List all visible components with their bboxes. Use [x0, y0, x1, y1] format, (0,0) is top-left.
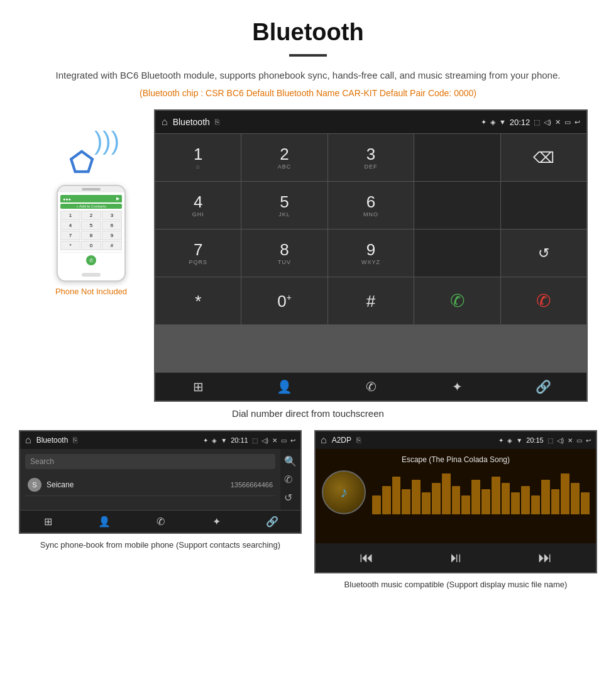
- music-screen-title: A2DP: [332, 436, 351, 445]
- pb-back-icon: ↩: [290, 437, 295, 444]
- music-bt-icon: ✦: [498, 437, 503, 444]
- music-controls: ⏮ ⏯ ⏭: [316, 543, 596, 572]
- orange-info-text: (Bluetooth chip : CSR BC6 Default Blueto…: [0, 88, 616, 98]
- dial-caption: Dial number direct from touchscreen: [0, 408, 616, 419]
- dial-key-hash[interactable]: #: [328, 277, 414, 324]
- music-screen-wrap: ⌂ A2DP ⎘ ✦ ◈ ▼ 20:15 ⬚ ◁) ✕ ▭ ↩ Es: [314, 430, 597, 591]
- pb-screen-title: Bluetooth: [36, 436, 69, 445]
- refresh-icon[interactable]: ↺: [284, 492, 297, 504]
- dial-key-1[interactable]: 1 ⌂: [155, 134, 241, 181]
- search-icon[interactable]: 🔍: [284, 455, 297, 467]
- dial-empty-2: [414, 182, 500, 229]
- car-nav-link[interactable]: 🔗: [500, 373, 586, 401]
- dial-call-green-button[interactable]: ✆: [414, 277, 500, 324]
- home-icon: ⌂: [162, 116, 168, 128]
- pb-camera-icon: ⬚: [252, 437, 258, 444]
- dial-call-red-button[interactable]: ✆: [501, 277, 586, 324]
- car-nav-grid[interactable]: ⊞: [155, 373, 241, 401]
- music-back-icon: ↩: [586, 437, 591, 444]
- car-status-bar: ⌂ Bluetooth ⎘ ✦ ◈ ▼ 20:12 ⬚ ◁) ✕ ▭ ↩: [155, 111, 586, 133]
- status-time: 20:12: [510, 118, 531, 127]
- phone-mock: ●●●▶ + Add to Contacts 1 2 3 4 5 6 7 8 9…: [57, 185, 126, 282]
- dial-key-star[interactable]: *: [155, 277, 241, 324]
- wifi-arc-icon: ))): [94, 128, 119, 153]
- car-nav-bluetooth[interactable]: ✦: [414, 373, 500, 401]
- pb-nav-contacts[interactable]: 👤: [76, 511, 132, 533]
- music-window-icon: ▭: [576, 437, 582, 444]
- car-nav-phone[interactable]: ✆: [327, 373, 414, 401]
- bluetooth-wifi-icon: ))) ⬠: [63, 128, 119, 179]
- dial-key-7[interactable]: 7 PQRS: [155, 230, 241, 277]
- dialpad-grid: 1 ⌂ 2 ABC 3 DEF ⌫ 4 GHI 5 JKL: [155, 133, 586, 372]
- music-home-icon: ⌂: [321, 434, 327, 446]
- dial-backspace-button[interactable]: ⌫: [501, 134, 586, 181]
- pb-home-icon: ⌂: [25, 434, 31, 446]
- contact-row[interactable]: S Seicane 13566664466: [25, 474, 275, 496]
- music-close-icon: ✕: [568, 437, 573, 444]
- phonebook-caption: Sync phone-book from mobile phone (Suppo…: [40, 539, 280, 551]
- car-dialpad-screen: ⌂ Bluetooth ⎘ ✦ ◈ ▼ 20:12 ⬚ ◁) ✕ ▭ ↩ 1 ⌂: [154, 109, 588, 402]
- dial-empty-4: [414, 230, 500, 277]
- dial-refresh-button[interactable]: ↺: [501, 230, 586, 277]
- car-screen-title: Bluetooth: [173, 117, 210, 127]
- album-art: ♪: [322, 470, 366, 514]
- bluetooth-symbol-icon: ⬠: [69, 147, 93, 179]
- dial-key-6[interactable]: 6 MNO: [328, 182, 414, 229]
- volume-icon: ◁): [544, 118, 551, 126]
- contact-name: Seicane: [47, 480, 231, 489]
- title-divider: [289, 54, 327, 57]
- bottom-screenshots-row: ⌂ Bluetooth ⎘ ✦ ◈ ▼ 20:11 ⬚ ◁) ✕ ▭ ↩: [19, 430, 597, 591]
- pb-nav-phone[interactable]: ✆: [132, 511, 188, 533]
- music-loc-icon: ◈: [507, 437, 512, 444]
- phone-icon[interactable]: ✆: [284, 473, 297, 485]
- contact-avatar: S: [28, 478, 41, 492]
- phonebook-status-bar: ⌂ Bluetooth ⎘ ✦ ◈ ▼ 20:11 ⬚ ◁) ✕ ▭ ↩: [20, 431, 300, 449]
- pb-vol-icon: ◁): [261, 437, 268, 444]
- pb-nav-link[interactable]: 🔗: [245, 511, 300, 533]
- dial-key-8[interactable]: 8 TUV: [241, 230, 327, 277]
- pb-window-icon: ▭: [281, 437, 287, 444]
- prev-button[interactable]: ⏮: [360, 550, 373, 566]
- music-wifi-icon: ▼: [516, 437, 522, 444]
- usb-icon: ⎘: [215, 118, 219, 126]
- car-nav-contacts[interactable]: 👤: [241, 373, 327, 401]
- music-usb-icon: ⎘: [356, 436, 361, 445]
- main-screenshot-area: ))) ⬠ ●●●▶ + Add to Contacts 1 2 3 4 5 6…: [19, 109, 597, 402]
- dial-key-5[interactable]: 5 JKL: [241, 182, 327, 229]
- dial-key-0[interactable]: 0+: [241, 277, 327, 324]
- dial-key-2[interactable]: 2 ABC: [241, 134, 327, 181]
- close-icon: ✕: [555, 118, 561, 126]
- dial-key-4[interactable]: 4 GHI: [155, 182, 241, 229]
- music-caption: Bluetooth music compatible (Support disp…: [344, 578, 568, 591]
- camera-icon: ⬚: [534, 118, 540, 126]
- next-button[interactable]: ⏭: [538, 550, 552, 566]
- pb-nav-bluetooth[interactable]: ✦: [189, 511, 245, 533]
- dial-key-3[interactable]: 3 DEF: [328, 134, 414, 181]
- phonebook-side-icons: 🔍 ✆ ↺: [280, 449, 300, 510]
- dial-key-9[interactable]: 9 WXYZ: [328, 230, 414, 277]
- phonebook-car-screen: ⌂ Bluetooth ⎘ ✦ ◈ ▼ 20:11 ⬚ ◁) ✕ ▭ ↩: [19, 430, 302, 534]
- music-status-time: 20:15: [526, 436, 544, 444]
- page-title: Bluetooth: [0, 0, 616, 49]
- music-content: Escape (The Pina Colada Song) ♪: [316, 449, 596, 543]
- search-bar[interactable]: Search: [25, 454, 275, 469]
- pb-status-time: 20:11: [231, 436, 248, 444]
- dial-empty-1: [414, 134, 500, 181]
- contact-number: 13566664466: [231, 481, 273, 489]
- bluetooth-status-icon: ✦: [481, 118, 487, 126]
- pb-nav-grid[interactable]: ⊞: [20, 511, 76, 533]
- car-bottom-nav: ⊞ 👤 ✆ ✦ 🔗: [155, 372, 586, 401]
- play-pause-button[interactable]: ⏯: [449, 550, 463, 566]
- music-visualizer: [372, 470, 590, 514]
- music-camera-icon: ⬚: [547, 437, 553, 444]
- location-icon: ◈: [490, 118, 495, 126]
- window-icon: ▭: [564, 118, 571, 126]
- pb-usb-icon: ⎘: [73, 436, 77, 445]
- dial-empty-3: [501, 182, 586, 229]
- phone-dialpad: 1 2 3 4 5 6 7 8 9 * 0 #: [60, 211, 122, 250]
- song-title: Escape (The Pina Colada Song): [402, 455, 510, 464]
- pb-close-icon: ✕: [272, 437, 277, 444]
- phonebook-bottom-nav: ⊞ 👤 ✆ ✦ 🔗: [20, 510, 300, 533]
- pb-loc-icon: ◈: [212, 437, 217, 444]
- pb-wifi-icon: ▼: [221, 437, 227, 444]
